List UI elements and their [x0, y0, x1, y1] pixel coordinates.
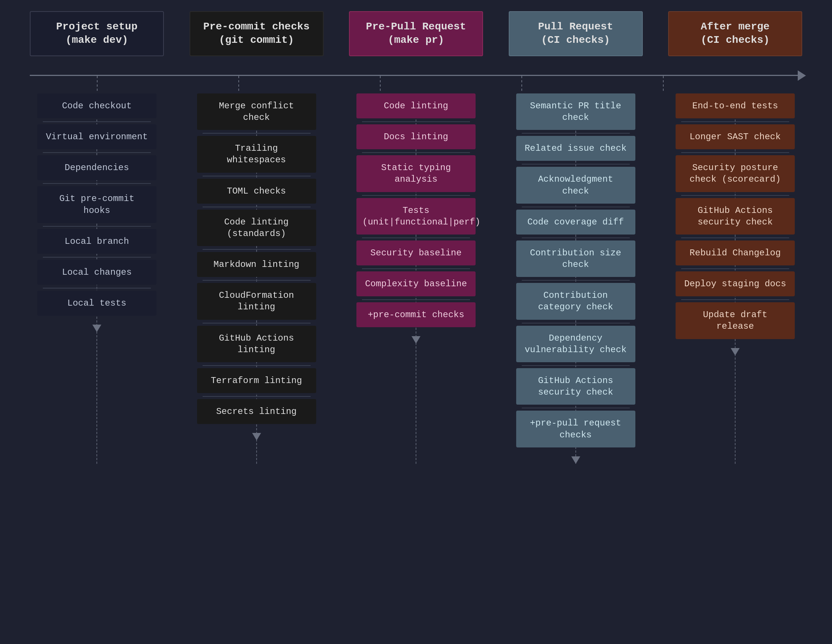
card-code-coverage: Code coverage diff [516, 209, 635, 235]
card-static-typing: Static typinganalysis [357, 155, 475, 192]
card-related-issue: Related issue check [516, 136, 635, 161]
col-arrow-project-setup [92, 324, 101, 332]
dash-2 [238, 76, 239, 91]
header-aftermerge: After merge(CI checks) [668, 11, 802, 56]
card-longer-sast: Longer SAST check [675, 124, 795, 149]
headers-row: Project setup(make dev) Pre-commit check… [22, 11, 810, 56]
col-arrow-pullreq [571, 456, 580, 464]
dash-1 [97, 76, 98, 91]
diagram: Project setup(make dev) Pre-commit check… [0, 0, 832, 644]
card-local-changes: Local changes [37, 260, 157, 285]
dash-4 [522, 76, 522, 91]
timeline-line [30, 75, 802, 76]
card-prepull-checks: +pre-pull requestchecks [516, 411, 635, 447]
timeline-arrow [798, 70, 806, 81]
card-contribution-category: Contributioncategory check [516, 283, 635, 320]
card-security-posture: Security posturecheck (scorecard) [675, 155, 795, 192]
card-git-hooks: Git pre-commithooks [37, 186, 157, 223]
card-code-linting: Code linting [357, 93, 475, 118]
card-cloudformation-lint: CloudFormationlinting [197, 283, 316, 320]
card-contribution-size: Contribution sizecheck [516, 240, 635, 277]
col-arrow-prepull [411, 336, 421, 344]
card-code-checkout: Code checkout [37, 93, 157, 118]
card-docs-linting: Docs linting [357, 124, 475, 149]
card-precommit-checks: +pre-commit checks [357, 302, 475, 327]
card-e2e-tests: End-to-end tests [675, 93, 795, 118]
card-markdown-lint: Markdown linting [197, 252, 316, 277]
card-merge-conflict: Merge conflict check [197, 93, 316, 130]
col-project-setup: Code checkout Virtual environment Depend… [30, 93, 164, 464]
card-gh-actions-security: GitHub Actionssecurity check [516, 368, 635, 404]
timeline [30, 60, 802, 90]
card-local-tests: Local tests [37, 291, 157, 316]
card-toml: TOML checks [197, 179, 316, 204]
card-terraform-lint: Terraform linting [197, 368, 316, 393]
card-virtual-env: Virtual environment [37, 124, 157, 149]
card-dependency-vuln: Dependencyvulnerability check [516, 326, 635, 362]
col-arrow-precommit [252, 433, 261, 440]
header-pullreq: Pull Request(CI checks) [509, 11, 643, 56]
header-precommit: Pre-commit checks(git commit) [190, 11, 324, 56]
card-security-baseline: Security baseline [357, 240, 475, 265]
header-prepull: Pre-Pull Request(make pr) [349, 11, 483, 56]
card-dependencies: Dependencies [37, 155, 157, 180]
card-gh-actions-security-after: GitHub Actionssecurity check [675, 198, 795, 235]
card-local-branch: Local branch [37, 229, 157, 254]
card-trailing-ws: Trailing whitespaces [197, 136, 316, 173]
col-prepull: Code linting Docs linting Static typinga… [349, 93, 483, 464]
dash-3 [380, 76, 381, 91]
card-gh-actions-lint: GitHub Actionslinting [197, 326, 316, 362]
card-code-linting-std: Code linting(standards) [197, 209, 316, 246]
card-update-draft: Update draft release [675, 302, 795, 339]
card-rebuild-changelog: Rebuild Changelog [675, 240, 795, 265]
col-arrow-aftermerge [731, 348, 740, 355]
col-aftermerge: End-to-end tests Longer SAST check Secur… [668, 93, 802, 464]
header-project-setup: Project setup(make dev) [30, 11, 164, 56]
dash-5 [663, 76, 664, 91]
col-pullreq: Semantic PR titlecheck Related issue che… [509, 93, 643, 464]
card-tests: Tests(unit|functional|perf) [357, 198, 475, 235]
card-acknowledgment: Acknowledgmentcheck [516, 167, 635, 203]
card-complexity-baseline: Complexity baseline [357, 272, 475, 296]
card-secrets-lint: Secrets linting [197, 399, 316, 424]
card-semantic-pr: Semantic PR titlecheck [516, 93, 635, 130]
col-precommit: Merge conflict check Trailing whitespace… [190, 93, 324, 464]
card-deploy-staging: Deploy staging docs [675, 272, 795, 296]
columns-container: Code checkout Virtual environment Depend… [22, 93, 810, 464]
